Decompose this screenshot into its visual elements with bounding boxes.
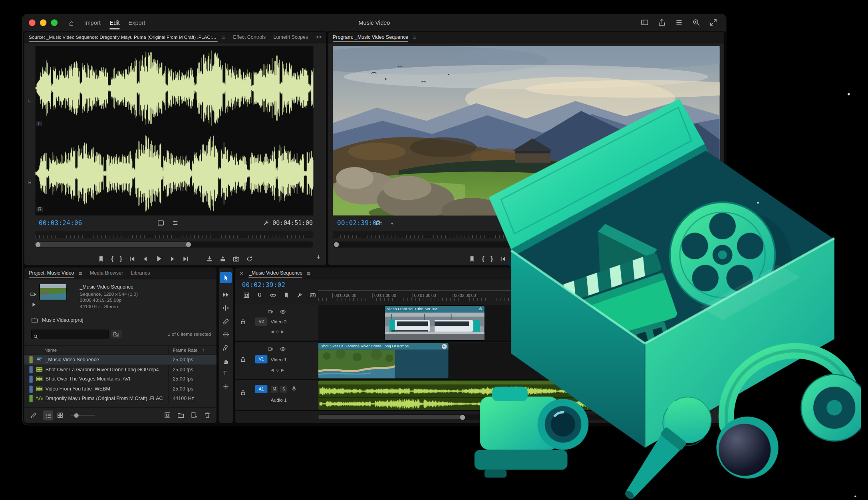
nest-toggle-button[interactable]	[243, 292, 250, 299]
close-tab-icon[interactable]: ×	[240, 270, 243, 277]
tab-effect-controls[interactable]: Effect Controls	[233, 34, 266, 40]
icon-view-button[interactable]	[56, 412, 64, 419]
column-name[interactable]: Name	[44, 347, 57, 353]
search-input[interactable]	[31, 330, 109, 339]
source-mini-ruler[interactable]	[36, 231, 314, 238]
timeline-panel-menu-icon[interactable]: ≡	[307, 270, 310, 277]
play-button[interactable]	[155, 255, 163, 263]
source-zoom-scrollbar[interactable]	[36, 241, 314, 247]
source-wrench-button[interactable]	[262, 219, 270, 227]
track-visibility-eye-icon[interactable]	[280, 309, 286, 315]
snap-button[interactable]	[256, 292, 263, 299]
keyframe-nav[interactable]: ◀◇▶	[271, 368, 286, 372]
track-name[interactable]: Audio 1	[271, 397, 287, 403]
preview-play-button[interactable]	[31, 302, 37, 307]
step-forward-button[interactable]	[169, 255, 176, 262]
film-cam-icon[interactable]	[267, 309, 274, 315]
preview-thumbnail[interactable]	[40, 284, 67, 300]
track-name[interactable]: Video 1	[271, 357, 287, 363]
panel-layout-button[interactable]	[641, 18, 649, 27]
tool-pen[interactable]	[222, 344, 230, 352]
column-frame-rate[interactable]: Frame Rate	[173, 347, 197, 353]
tool-razor[interactable]	[222, 317, 230, 325]
tab-overflow-button[interactable]: >>	[316, 34, 322, 40]
tab-sequence[interactable]: _Music Video Sequence	[249, 269, 302, 277]
overwrite-button[interactable]	[219, 255, 226, 262]
zoom-level-select[interactable]: Fit ▾	[376, 220, 393, 226]
button-editor-plus[interactable]: +	[316, 253, 321, 261]
tab-libraries[interactable]: Libraries	[131, 270, 150, 276]
timeline-position-timecode[interactable]: 00:02:39:02	[242, 281, 286, 289]
source-settings-button[interactable]	[157, 219, 165, 227]
tool-more[interactable]	[222, 383, 230, 390]
go-to-out-button[interactable]	[182, 255, 189, 262]
label-chip[interactable]	[29, 376, 32, 383]
timeline-scrollbar-thumb[interactable]	[318, 415, 462, 419]
program-panel-menu-icon[interactable]: ≡	[413, 34, 416, 41]
share-button[interactable]	[658, 18, 666, 27]
label-chip[interactable]	[29, 395, 32, 402]
clip-v1[interactable]: Shot Over La Garonne River Drone Long GO…	[318, 343, 449, 378]
list-item[interactable]: Shot Over La Garonne River Drone Long GO…	[24, 365, 217, 375]
label-chip[interactable]	[29, 356, 32, 363]
solo-button[interactable]: S	[280, 386, 287, 393]
fullscreen-button[interactable]	[709, 18, 717, 27]
timeline-settings-button[interactable]	[296, 292, 303, 299]
list-view-button[interactable]	[43, 410, 53, 420]
source-display-mode-button[interactable]	[172, 219, 179, 227]
track-lock-icon[interactable]	[240, 389, 246, 396]
source-panel-menu-icon[interactable]: ≡	[222, 34, 225, 41]
track-target-v2[interactable]: V2	[255, 317, 267, 326]
voiceover-mic-icon[interactable]	[291, 386, 298, 392]
program-position-timecode[interactable]: 00:02:39:02	[337, 219, 381, 226]
keyframe-nav[interactable]: ◀◇▶	[271, 330, 286, 334]
tab-source[interactable]: Source: _Music Video Sequence: Dragonfly…	[29, 33, 217, 42]
tool-selection[interactable]	[220, 272, 232, 283]
tab-lumetri-scopes[interactable]: Lumetri Scopes	[274, 34, 308, 40]
project-panel-menu-icon[interactable]: ≡	[79, 270, 82, 277]
tool-track-select[interactable]	[222, 291, 230, 299]
workspaces-button[interactable]	[675, 18, 683, 27]
source-waveform-display[interactable]: L R	[36, 46, 314, 215]
tool-hand[interactable]	[222, 357, 230, 365]
project-file-name[interactable]: Music Video.prproj	[42, 317, 83, 323]
list-item[interactable]: Dragonfly Mayu Puma (Original From M Cra…	[24, 394, 217, 403]
tab-program[interactable]: Program: _Music Video Sequence	[333, 33, 408, 42]
label-chip[interactable]	[29, 366, 32, 373]
label-chip[interactable]	[29, 385, 32, 392]
track-lock-icon[interactable]	[240, 319, 246, 325]
new-item-button[interactable]	[191, 412, 198, 419]
add-marker-button[interactable]	[97, 255, 105, 262]
mark-out-button[interactable]: }	[119, 255, 122, 263]
insert-button[interactable]	[206, 255, 213, 262]
list-item[interactable]: Shot Over The Vosges Mountains .AVI 25,0…	[24, 375, 217, 384]
track-name[interactable]: Video 2	[271, 319, 287, 325]
tool-type[interactable]: T	[223, 369, 227, 376]
zoom-slider-handle[interactable]	[74, 413, 79, 417]
zoom-slider[interactable]	[71, 415, 95, 416]
delete-button[interactable]	[204, 412, 211, 419]
timeline-scrollbar-handle[interactable]	[460, 414, 465, 419]
tab-media-browser[interactable]: Media Browser	[90, 270, 123, 276]
mark-in-button[interactable]: {	[111, 255, 113, 263]
source-scrollbar-handle-right[interactable]	[186, 242, 191, 247]
timeline-add-marker-button[interactable]	[283, 292, 290, 299]
step-back-button[interactable]	[141, 255, 149, 262]
tab-project[interactable]: Project: Music Video	[29, 269, 74, 277]
export-frame-button[interactable]	[232, 255, 240, 262]
mute-button[interactable]: M	[271, 386, 278, 393]
program-scrollbar-handle[interactable]	[334, 242, 339, 247]
source-scrollbar-thumb[interactable]	[36, 242, 190, 247]
track-visibility-eye-icon[interactable]	[280, 346, 286, 353]
list-item[interactable]: Video From YouTube .WEBM 25,00 fps	[24, 384, 217, 394]
linked-selection-button[interactable]	[270, 292, 276, 299]
list-item[interactable]: _Music Video Sequence 25,00 fps	[24, 355, 217, 365]
quick-search-button[interactable]	[692, 18, 701, 27]
sort-ascending-icon[interactable]: ↑	[203, 347, 205, 353]
track-target-a1[interactable]: A1	[255, 385, 267, 393]
automate-to-sequence-button[interactable]	[164, 412, 171, 419]
track-target-v1[interactable]: V1	[255, 355, 267, 363]
search-bin-button[interactable]	[111, 330, 122, 339]
new-bin-button[interactable]	[177, 412, 185, 419]
source-position-timecode[interactable]: 00:03:24:06	[39, 219, 82, 226]
